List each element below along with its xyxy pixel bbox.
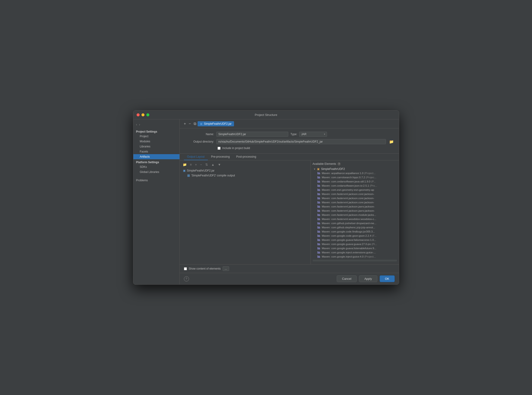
available-item[interactable]: Maven: com.esri.geometry:esri-geometry-a… bbox=[313, 188, 397, 192]
available-item[interactable]: Maven: com.fasterxml.jackson.module:jack… bbox=[313, 213, 397, 217]
tree-sort-btn[interactable]: ⇅ bbox=[204, 162, 209, 167]
add-artifact-button[interactable]: + bbox=[183, 121, 187, 126]
module-output-icon: ▦ bbox=[187, 174, 190, 177]
forward-arrow-icon[interactable]: › bbox=[139, 123, 140, 126]
available-section-header[interactable]: ▼ ▣ SimpleFeathrUDF2 bbox=[313, 167, 397, 171]
tree-folder-btn[interactable]: 📁 bbox=[182, 162, 188, 167]
available-item[interactable]: Maven: com.google.guava:listenablefuture… bbox=[313, 246, 397, 250]
svg-rect-50 bbox=[319, 222, 319, 224]
type-select-wrapper: JAR bbox=[299, 132, 327, 137]
type-select[interactable]: JAR bbox=[299, 132, 327, 137]
footer-row: ? Cancel Apply OK bbox=[180, 273, 399, 285]
main-content: ‹ › Project Settings Project Modules Lib… bbox=[133, 119, 399, 285]
help-button[interactable]: ? bbox=[184, 276, 189, 281]
svg-rect-27 bbox=[320, 198, 320, 199]
maximize-button[interactable] bbox=[146, 113, 149, 116]
tree-bars-btn[interactable]: ≡ bbox=[189, 162, 193, 167]
svg-rect-76 bbox=[317, 251, 318, 254]
sidebar-item-facets[interactable]: Facets bbox=[133, 149, 179, 154]
dots-button[interactable]: ... bbox=[223, 266, 229, 271]
available-item[interactable]: Maven: com.fasterxml.jackson.core:jackso… bbox=[313, 200, 397, 204]
tree-down-btn[interactable]: ▼ bbox=[216, 162, 222, 167]
svg-rect-59 bbox=[320, 231, 320, 233]
panels-area: 📁 ≡ + − ⇅ ▲ ▼ ▣ SimpleFeathrUDF2.jar ▦ bbox=[180, 160, 399, 264]
project-structure-window: Project Structure ‹ › Project Settings P… bbox=[133, 110, 399, 285]
available-item[interactable]: Maven: com.github.stephenc.jcip:jcip-ann… bbox=[313, 225, 397, 230]
svg-rect-39 bbox=[320, 210, 320, 212]
tree-root-item[interactable]: ▣ SimpleFeathrUDF2.jar bbox=[182, 168, 309, 173]
module-folder-icon: ▣ bbox=[317, 167, 320, 171]
svg-rect-77 bbox=[318, 252, 319, 254]
available-item[interactable]: Maven: com.carrotsearch:hppc:0.7.2 (Proj… bbox=[313, 175, 397, 179]
available-item[interactable]: Maven: com.google.inject:guice:4.0 (Proj… bbox=[313, 254, 397, 259]
show-content-checkbox[interactable] bbox=[184, 267, 187, 270]
sidebar-item-problems[interactable]: Problems bbox=[133, 178, 179, 183]
svg-rect-22 bbox=[319, 193, 319, 195]
tab-post-processing[interactable]: Post-processing bbox=[233, 154, 260, 160]
available-elements-panel: Available Elements ? ▼ ▣ SimpleFeathrUDF… bbox=[311, 160, 399, 264]
sidebar-item-project[interactable]: Project bbox=[133, 134, 179, 139]
available-item[interactable]: Maven: com.fasterxml.jackson.jaxrs:jacks… bbox=[313, 209, 397, 213]
nav-row: ‹ › bbox=[133, 122, 179, 127]
svg-rect-36 bbox=[317, 209, 318, 212]
available-item[interactable]: Maven: aopalliance:aopalliance:1.0 (Proj… bbox=[313, 171, 397, 175]
sidebar-item-global-libraries[interactable]: Global Libraries bbox=[133, 170, 179, 175]
svg-rect-11 bbox=[320, 181, 320, 183]
sidebar-item-libraries[interactable]: Libraries bbox=[133, 144, 179, 149]
horizontal-scrollbar[interactable] bbox=[313, 260, 397, 262]
available-item[interactable]: Maven: com.cedarsoftware:json-io:2.5.1 (… bbox=[313, 184, 397, 188]
close-button[interactable] bbox=[137, 113, 140, 116]
available-item[interactable]: Maven: com.google.code.findbugs:jsr305:3… bbox=[313, 230, 397, 234]
tree-remove-btn[interactable]: − bbox=[199, 162, 203, 167]
available-item[interactable]: Maven: com.fasterxml.jackson.core:jackso… bbox=[313, 196, 397, 200]
cancel-button[interactable]: Cancel bbox=[337, 275, 357, 282]
ok-button[interactable]: OK bbox=[380, 275, 395, 282]
output-path-input[interactable] bbox=[216, 139, 386, 144]
svg-rect-69 bbox=[318, 243, 319, 245]
available-item[interactable]: Maven: com.google.guava:failureaccess:1.… bbox=[313, 238, 397, 242]
name-input[interactable] bbox=[216, 132, 288, 137]
svg-rect-60 bbox=[317, 235, 318, 237]
svg-rect-78 bbox=[319, 252, 319, 254]
available-item[interactable]: Maven: com.google.code.gson:gson:2.2.4 (… bbox=[313, 234, 397, 238]
show-content-row: Show content of elements ... bbox=[184, 266, 229, 271]
form-area: Name: Type: JAR Output directory: bbox=[180, 128, 399, 154]
tree-add-btn[interactable]: + bbox=[194, 162, 198, 167]
apply-button[interactable]: Apply bbox=[359, 275, 377, 282]
available-item[interactable]: Maven: com.fasterxml.woodstox:woodstox-c… bbox=[313, 217, 397, 221]
svg-rect-42 bbox=[319, 214, 319, 216]
type-label: Type: bbox=[291, 133, 297, 136]
tab-output-layout[interactable]: Output Layout bbox=[184, 154, 208, 160]
svg-rect-79 bbox=[320, 252, 320, 254]
available-item[interactable]: Maven: com.fasterxml.jackson.jaxrs:jacks… bbox=[313, 204, 397, 209]
include-checkbox[interactable] bbox=[217, 147, 221, 150]
available-item[interactable]: Maven: com.fasterxml.jackson.core:jackso… bbox=[313, 192, 397, 196]
back-arrow-icon[interactable]: ‹ bbox=[136, 123, 137, 126]
available-item[interactable]: Maven: com.google.guava:guava:27.0-jre (… bbox=[313, 242, 397, 246]
minimize-button[interactable] bbox=[141, 113, 144, 116]
artifact-name: SimpleFeathrUDF2.jar bbox=[204, 122, 232, 125]
svg-rect-16 bbox=[317, 189, 318, 191]
chevron-down-icon: ▼ bbox=[314, 168, 316, 170]
svg-rect-83 bbox=[320, 256, 320, 258]
browse-folder-button[interactable]: 📁 bbox=[388, 140, 395, 144]
svg-rect-74 bbox=[319, 247, 319, 249]
sidebar-item-artifacts[interactable]: Artifacts bbox=[133, 154, 179, 159]
svg-rect-54 bbox=[319, 226, 319, 229]
left-tree-panel: 📁 ≡ + − ⇅ ▲ ▼ ▣ SimpleFeathrUDF2.jar ▦ bbox=[180, 160, 311, 264]
remove-artifact-button[interactable]: − bbox=[187, 121, 192, 126]
tree-up-btn[interactable]: ▲ bbox=[210, 162, 216, 167]
artifact-selected-item[interactable]: ▣ SimpleFeathrUDF2.jar bbox=[198, 121, 234, 126]
available-items-list: Maven: aopalliance:aopalliance:1.0 (Proj… bbox=[313, 171, 397, 259]
sidebar-item-modules[interactable]: Modules bbox=[133, 139, 179, 144]
type-wrapper: Type: JAR bbox=[291, 132, 327, 137]
include-row: Include in project build bbox=[184, 147, 395, 150]
available-item[interactable]: Maven: com.github.joshelser:dropwizard-m… bbox=[313, 221, 397, 225]
tab-pre-processing[interactable]: Pre-processing bbox=[208, 154, 233, 160]
svg-rect-45 bbox=[318, 218, 319, 220]
available-item[interactable]: Maven: com.cedarsoftware:java-util:1.9.0… bbox=[313, 179, 397, 184]
available-item[interactable]: Maven: com.google.inject.extensions:guic… bbox=[313, 250, 397, 254]
sidebar-item-sdks[interactable]: SDKs bbox=[133, 164, 179, 170]
tree-child-item[interactable]: ▦ 'SimpleFeathrUDF2' compile output bbox=[182, 173, 309, 178]
copy-artifact-button[interactable]: ⧉ bbox=[192, 121, 198, 126]
